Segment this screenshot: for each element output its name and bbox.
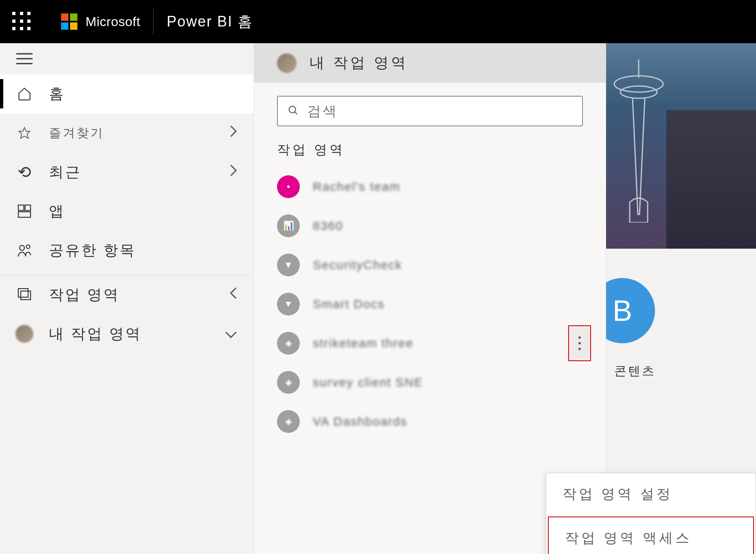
workspace-item-icon: ▼ [277, 254, 300, 276]
workspace-list-item[interactable]: ◈VA Dashboards [254, 402, 606, 441]
workspace-item-name: 8360 [313, 219, 343, 233]
workspace-item-name: SecurityCheck [313, 258, 402, 272]
workspace-context-menu: 작업 영역 설정 작업 영역 액세스 [546, 473, 756, 554]
workspace-item-name: Rachel's team [313, 180, 400, 194]
home-icon [16, 86, 33, 102]
workspace-list-item[interactable]: ▼SecurityCheck [254, 245, 606, 285]
sidebar-item-label: 즐겨찾기 [49, 125, 229, 141]
sidebar-item-label: 앱 [49, 201, 237, 221]
workspace-item-icon: ◈ [277, 410, 300, 433]
workspace-item-icon: ◈ [277, 332, 300, 355]
hero-image [606, 43, 756, 249]
more-options-button[interactable] [568, 325, 591, 361]
sidebar-item-favorites[interactable]: 즐겨찾기 [0, 113, 254, 152]
search-icon [288, 105, 299, 118]
header-divider [153, 9, 154, 35]
svg-rect-5 [25, 205, 31, 211]
workspace-search-box[interactable] [277, 96, 583, 126]
context-menu-item-access[interactable]: 작업 영역 액세스 [548, 516, 754, 554]
sidebar-item-my-workspace[interactable]: 내 작업 영역 [0, 314, 254, 353]
workspace-section-title: 작업 영역 [254, 136, 606, 167]
hamburger-menu-button[interactable] [0, 43, 254, 74]
svg-point-7 [20, 245, 24, 250]
workspace-item-name: Smart Docs [313, 297, 385, 311]
sidebar-item-workspaces[interactable]: 작업 영역 [0, 275, 254, 314]
svg-point-13 [578, 336, 581, 339]
chevron-down-icon [224, 325, 237, 342]
svg-point-11 [289, 106, 296, 113]
apps-icon [16, 203, 33, 219]
workspace-item-icon: ▼ [277, 293, 300, 316]
workspace-panel-title: 내 작업 영역 [310, 53, 408, 73]
content-section-label: 콘텐츠 [614, 363, 756, 380]
workspace-item-name: striketeam three [313, 336, 413, 350]
app-launcher-icon[interactable] [12, 12, 32, 31]
workspace-list-item[interactable]: •Rachel's team [254, 167, 606, 206]
company-name: Microsoft [86, 14, 140, 29]
workspace-panel-header[interactable]: 내 작업 영역 [254, 43, 606, 83]
sidebar-item-recent[interactable]: ⟲ 최근 [0, 152, 254, 192]
workspace-search-input[interactable] [307, 103, 572, 119]
avatar-icon [16, 326, 33, 342]
workspace-list-item[interactable]: 📊8360 [254, 206, 606, 245]
svg-point-14 [578, 342, 581, 344]
sidebar-item-label: 내 작업 영역 [49, 324, 224, 344]
workspace-item-icon: ◈ [277, 371, 300, 394]
context-menu-item-settings[interactable]: 작업 영역 설정 [546, 473, 756, 515]
recent-icon: ⟲ [16, 164, 33, 180]
shared-icon [16, 242, 33, 258]
chevron-left-icon [229, 286, 237, 303]
sidebar-item-label: 최근 [49, 162, 229, 182]
microsoft-logo-icon [61, 13, 77, 30]
svg-point-15 [578, 348, 581, 350]
sidebar-nav: 홈 즐겨찾기 ⟲ 최근 [0, 43, 254, 554]
workspace-item-name: VA Dashboards [313, 415, 407, 428]
sidebar-item-label: 홈 [49, 84, 237, 104]
workspace-list-item[interactable]: ▼Smart Docs [254, 285, 606, 324]
avatar-icon [277, 53, 297, 73]
svg-rect-6 [18, 212, 31, 218]
product-title: Power BI 홈 [167, 12, 253, 32]
chevron-right-icon [229, 124, 237, 141]
content-badge[interactable]: B [606, 278, 655, 343]
svg-point-8 [26, 245, 30, 249]
workspace-item-icon: • [277, 175, 300, 198]
svg-rect-9 [21, 291, 31, 300]
workspace-list-item[interactable]: ◈survey client SNE [254, 363, 606, 402]
sidebar-item-label: 공유한 항목 [49, 241, 237, 260]
sidebar-item-home[interactable]: 홈 [0, 74, 254, 113]
workspace-list: •Rachel's team📊8360▼SecurityCheck▼Smart … [254, 167, 606, 441]
svg-rect-10 [18, 289, 28, 297]
svg-marker-3 [19, 128, 30, 139]
chevron-right-icon [229, 163, 237, 181]
workspaces-icon [16, 287, 33, 303]
svg-rect-4 [18, 205, 24, 211]
sidebar-item-apps[interactable]: 앱 [0, 192, 254, 231]
workspace-list-item[interactable]: ◈striketeam three [254, 324, 606, 363]
svg-line-12 [295, 112, 297, 114]
sidebar-item-shared[interactable]: 공유한 항목 [0, 231, 254, 270]
workspace-item-icon: 📊 [277, 214, 300, 237]
app-header: Microsoft Power BI 홈 [0, 0, 756, 43]
workspace-item-name: survey client SNE [313, 375, 423, 389]
star-icon [16, 125, 33, 141]
sidebar-item-label: 작업 영역 [49, 285, 229, 305]
